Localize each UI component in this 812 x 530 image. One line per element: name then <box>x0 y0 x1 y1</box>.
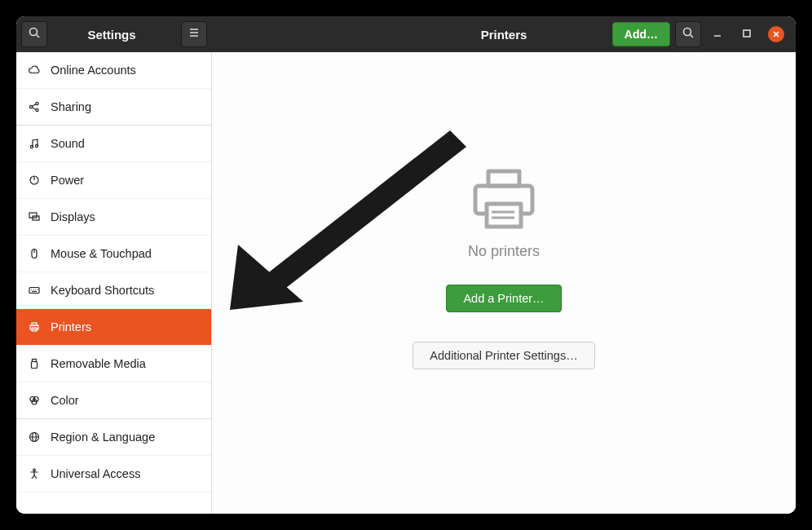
sidebar-item-color[interactable]: Color <box>16 382 211 419</box>
svg-point-17 <box>35 144 38 147</box>
sidebar-item-label: Printers <box>51 320 91 333</box>
svg-point-13 <box>36 108 38 111</box>
sidebar-title: Settings <box>47 28 176 42</box>
svg-point-5 <box>684 29 691 36</box>
window-controls <box>709 26 784 42</box>
globe-icon <box>28 431 51 444</box>
svg-line-15 <box>32 108 36 109</box>
share-icon <box>28 100 51 113</box>
sidebar-item-label: Removable Media <box>51 357 146 370</box>
svg-rect-34 <box>32 362 38 369</box>
sidebar-item-label: Power <box>51 174 84 187</box>
sidebar-item-universal-access[interactable]: Universal Access <box>16 456 211 492</box>
sidebar-item-label: Sound <box>51 137 85 150</box>
sidebar-item-displays[interactable]: Displays <box>16 199 211 236</box>
sidebar: Online Accounts Sharing Sound Power Disp… <box>16 52 212 514</box>
maximize-button[interactable] <box>739 26 755 42</box>
sidebar-item-label: Universal Access <box>51 467 140 480</box>
add-printer-button[interactable]: Add a Printer… <box>446 285 561 312</box>
sidebar-item-power[interactable]: Power <box>16 162 211 199</box>
header-search-button[interactable] <box>675 21 701 47</box>
additional-printer-settings-button[interactable]: Additional Printer Settings… <box>413 342 594 369</box>
minimize-icon <box>713 27 722 42</box>
sidebar-item-mouse-touchpad[interactable]: Mouse & Touchpad <box>16 236 211 272</box>
close-icon <box>772 27 780 42</box>
sidebar-item-label: Region & Language <box>51 431 155 444</box>
usb-icon <box>28 357 51 370</box>
no-printers-heading: No printers <box>468 243 540 260</box>
close-button[interactable] <box>768 26 784 42</box>
maximize-icon <box>742 27 752 42</box>
svg-point-11 <box>29 105 32 108</box>
minimize-button[interactable] <box>709 26 726 42</box>
sidebar-item-label: Mouse & Touchpad <box>51 247 152 260</box>
search-button[interactable] <box>21 21 47 47</box>
svg-rect-24 <box>29 288 39 294</box>
svg-line-14 <box>32 104 36 106</box>
svg-point-41 <box>33 469 36 471</box>
printer-large-icon <box>467 166 541 235</box>
svg-point-0 <box>30 29 38 36</box>
mouse-icon <box>28 247 51 260</box>
sidebar-item-label: Sharing <box>51 100 91 113</box>
hamburger-icon <box>188 26 201 42</box>
hamburger-menu-button[interactable] <box>181 21 207 47</box>
add-button[interactable]: Add… <box>612 22 670 46</box>
music-note-icon <box>28 137 51 150</box>
search-icon <box>28 26 41 42</box>
titlebar-sidebar-section: Settings <box>16 16 212 52</box>
settings-window: Settings Printers Add… <box>16 16 796 514</box>
titlebar: Settings Printers Add… <box>16 16 796 52</box>
svg-line-45 <box>34 475 37 479</box>
svg-point-12 <box>36 102 38 104</box>
svg-rect-8 <box>744 30 750 37</box>
titlebar-main-section: Printers Add… <box>212 16 796 52</box>
displays-icon <box>28 210 51 223</box>
svg-rect-46 <box>488 171 519 186</box>
cloud-icon <box>28 64 51 77</box>
search-icon <box>682 26 695 42</box>
sidebar-item-printers[interactable]: Printers <box>16 309 211 346</box>
svg-rect-31 <box>32 323 37 325</box>
sidebar-item-label: Online Accounts <box>51 64 136 77</box>
main-panel: No printers Add a Printer… Additional Pr… <box>212 52 796 514</box>
svg-line-1 <box>37 35 40 38</box>
printer-icon <box>28 320 51 333</box>
sidebar-item-removable-media[interactable]: Removable Media <box>16 346 211 382</box>
color-icon <box>28 394 51 407</box>
sidebar-item-sharing[interactable]: Sharing <box>16 89 211 126</box>
svg-rect-48 <box>487 204 521 227</box>
sidebar-item-label: Keyboard Shortcuts <box>51 284 154 297</box>
sidebar-item-keyboard-shortcuts[interactable]: Keyboard Shortcuts <box>16 272 211 309</box>
keyboard-icon <box>28 284 51 297</box>
sidebar-item-sound[interactable]: Sound <box>16 126 211 162</box>
sidebar-item-region-language[interactable]: Region & Language <box>16 419 211 456</box>
power-icon <box>28 174 51 187</box>
sidebar-item-online-accounts[interactable]: Online Accounts <box>16 52 211 89</box>
accessibility-icon <box>28 467 51 480</box>
svg-point-16 <box>30 145 33 148</box>
svg-line-6 <box>691 35 694 38</box>
svg-line-44 <box>32 475 34 479</box>
sidebar-item-label: Color <box>51 394 79 407</box>
sidebar-item-label: Displays <box>51 210 95 223</box>
